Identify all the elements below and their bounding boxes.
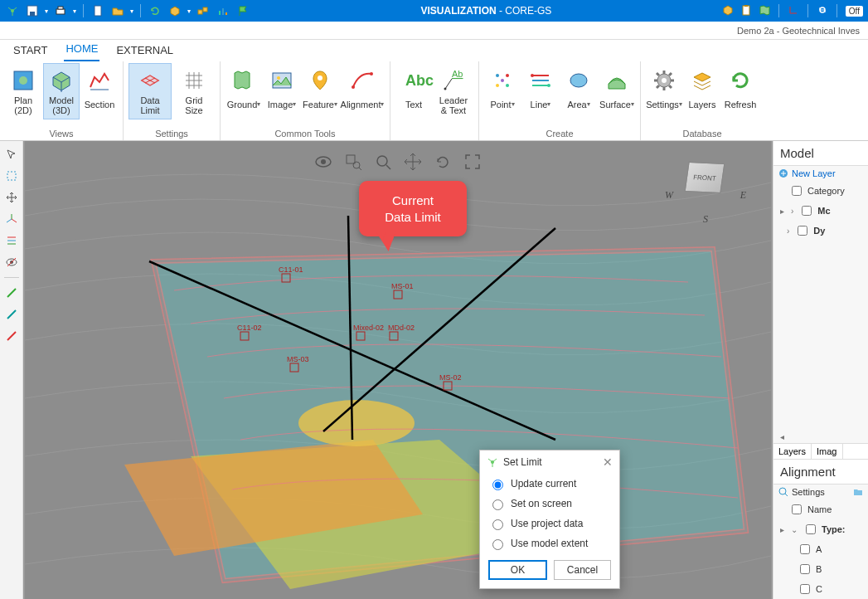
- line-red-icon[interactable]: [3, 328, 20, 344]
- layers-icon: [689, 67, 715, 94]
- boxes-icon[interactable]: [196, 3, 211, 18]
- orbit-icon[interactable]: [432, 151, 453, 173]
- opt-use-project-data[interactable]: Use project data: [480, 514, 619, 533]
- svg-point-32: [352, 85, 355, 89]
- tab-start[interactable]: START: [12, 41, 49, 61]
- tab-images[interactable]: Imag: [812, 444, 842, 459]
- compass-e[interactable]: E: [740, 189, 746, 202]
- type-c-row[interactable]: C: [773, 579, 868, 599]
- svg-rect-11: [219, 11, 221, 15]
- name-row[interactable]: Name: [773, 499, 868, 519]
- svg-point-47: [547, 84, 550, 87]
- type-row[interactable]: ▸⌄Type:: [773, 519, 868, 539]
- opt-set-on-screen[interactable]: Set on screen: [480, 494, 619, 514]
- new-file-icon[interactable]: [90, 3, 105, 18]
- text-button[interactable]: Abc Text: [395, 63, 432, 118]
- svg-text:MDd-02: MDd-02: [388, 324, 415, 332]
- svg-text:Mixed-02: Mixed-02: [353, 324, 384, 332]
- svg-rect-10: [203, 7, 207, 12]
- svg-rect-12: [222, 8, 224, 15]
- model-3d-button[interactable]: Model (3D): [43, 63, 80, 119]
- feature-button[interactable]: Feature▾: [302, 63, 338, 118]
- fullscreen-icon[interactable]: [462, 151, 483, 173]
- surface-button[interactable]: Surface▾: [599, 63, 635, 118]
- refresh-button[interactable]: Refresh: [722, 63, 759, 118]
- opt-use-model-extent[interactable]: Use model extent: [480, 533, 619, 553]
- type-b-row[interactable]: B: [773, 559, 868, 579]
- axes-icon[interactable]: [788, 4, 799, 18]
- save-icon[interactable]: [25, 3, 40, 18]
- svg-line-57: [657, 85, 659, 88]
- ground-button[interactable]: Ground▾: [225, 63, 262, 118]
- area-button[interactable]: Area▾: [560, 63, 597, 118]
- zoom-window-icon[interactable]: [342, 151, 364, 173]
- point-button[interactable]: Point▾: [484, 63, 521, 118]
- svg-text:MS-01: MS-01: [391, 282, 414, 290]
- zoom-icon[interactable]: [372, 151, 394, 173]
- chart-icon[interactable]: [216, 3, 230, 18]
- svg-rect-6: [56, 9, 65, 14]
- line-button[interactable]: Line▾: [522, 63, 559, 118]
- compass-s[interactable]: S: [703, 213, 708, 226]
- svg-line-55: [657, 73, 659, 75]
- line-green-icon[interactable]: [3, 285, 20, 301]
- select-rect-icon[interactable]: [3, 168, 20, 184]
- open-folder-icon[interactable]: [110, 3, 125, 18]
- svg-line-107: [492, 459, 497, 462]
- leader-text-icon: Ab: [440, 67, 467, 94]
- axes-3d-icon[interactable]: [3, 211, 20, 227]
- right-panels: Model New Layer Category ▸›Mc ›Dy ◂ Laye…: [773, 141, 868, 599]
- cursor-icon[interactable]: [3, 146, 20, 163]
- layers-button[interactable]: Layers: [684, 63, 720, 118]
- dy-row[interactable]: ›Dy: [773, 221, 868, 241]
- cancel-button[interactable]: Cancel: [554, 560, 611, 580]
- data-limit-button[interactable]: Data Limit: [129, 63, 172, 119]
- sync-icon[interactable]: [817, 4, 828, 18]
- map-icon[interactable]: [759, 4, 770, 18]
- line-teal-icon[interactable]: [3, 306, 20, 323]
- svg-text:MS-03: MS-03: [287, 355, 309, 363]
- list-icon[interactable]: [3, 232, 20, 249]
- section-button[interactable]: Section: [81, 63, 118, 118]
- viewport-3d[interactable]: C11-01 MS-01 C11-02 Mixed-02 MDd-02 MS-0…: [23, 141, 773, 599]
- grid-size-button[interactable]: Grid Size: [173, 63, 215, 119]
- mc-row[interactable]: ▸›Mc: [773, 201, 868, 221]
- opt-update-current[interactable]: Update current: [480, 474, 619, 494]
- new-layer-button[interactable]: New Layer: [773, 166, 868, 181]
- print-icon[interactable]: [53, 3, 68, 18]
- ok-button[interactable]: OK: [488, 560, 547, 580]
- clipboard-icon[interactable]: [740, 4, 752, 18]
- type-a-row[interactable]: A: [773, 539, 868, 559]
- nav-cube-face[interactable]: FRONT: [685, 162, 725, 193]
- refresh-icon[interactable]: [148, 3, 162, 18]
- svg-point-50: [662, 78, 667, 83]
- alignment-button[interactable]: Alignment▾: [340, 63, 385, 118]
- group-database: Settings▾ Layers Refresh Database: [641, 61, 764, 140]
- pan-icon[interactable]: [402, 151, 424, 173]
- move-icon[interactable]: [3, 189, 20, 206]
- svg-line-71: [7, 289, 16, 297]
- app-icon[interactable]: [5, 3, 20, 18]
- category-row[interactable]: Category: [773, 181, 868, 201]
- align-settings-button[interactable]: Settings: [773, 485, 868, 499]
- svg-line-114: [785, 494, 788, 496]
- package-icon[interactable]: [722, 4, 734, 18]
- eye-off-icon[interactable]: [3, 254, 20, 270]
- flag-icon[interactable]: [235, 3, 250, 18]
- svg-point-48: [570, 74, 587, 87]
- tab-external[interactable]: EXTERNAL: [114, 41, 175, 61]
- box-icon[interactable]: [167, 3, 182, 18]
- tab-layers[interactable]: Layers: [773, 444, 812, 459]
- nav-cube[interactable]: FRONT W E S: [668, 156, 743, 231]
- leader-text-button[interactable]: Ab Leader & Text: [434, 63, 473, 119]
- close-icon[interactable]: ✕: [603, 455, 613, 469]
- image-button[interactable]: Image▾: [264, 63, 300, 118]
- db-settings-button[interactable]: Settings▾: [646, 63, 682, 118]
- ribbon: Plan (2D) Model (3D) Section Views Data …: [0, 61, 868, 141]
- plan-2d-button[interactable]: Plan (2D): [5, 63, 41, 119]
- compass-w[interactable]: W: [665, 189, 673, 202]
- tab-home[interactable]: HOME: [64, 39, 99, 61]
- svg-point-98: [321, 159, 326, 164]
- svg-point-100: [353, 162, 360, 168]
- eye-icon[interactable]: [313, 151, 334, 173]
